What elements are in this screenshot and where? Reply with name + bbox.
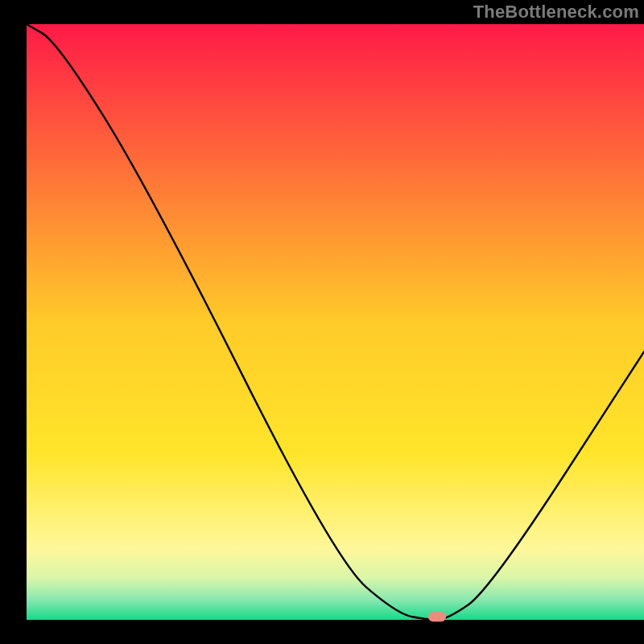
current-marker — [428, 612, 446, 621]
plot-background — [27, 24, 644, 620]
chart-frame: TheBottleneck.com — [0, 0, 644, 644]
attribution-label: TheBottleneck.com — [473, 2, 639, 23]
bottleneck-chart — [0, 0, 644, 644]
